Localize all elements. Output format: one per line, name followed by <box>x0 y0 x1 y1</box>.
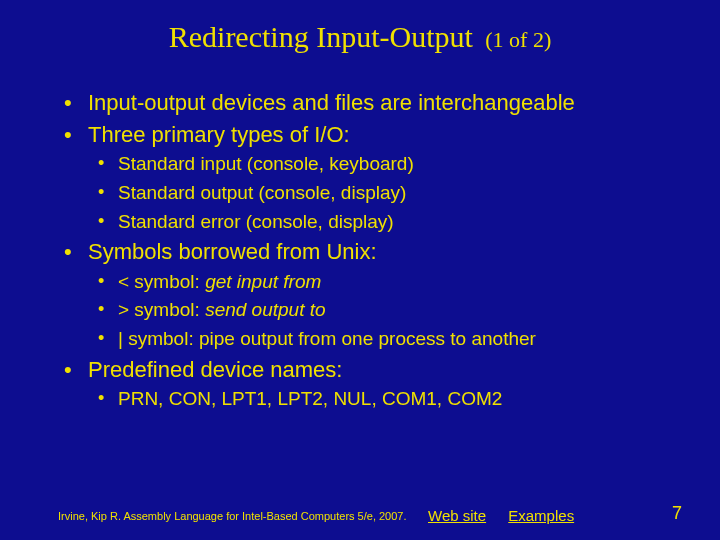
bullet: Three primary types of I/O: <box>60 120 670 150</box>
bullet: Symbols borrowed from Unix: <box>60 237 670 267</box>
bullet: PRN, CON, LPT1, LPT2, NUL, COM1, COM2 <box>60 386 670 413</box>
web-site-link[interactable]: Web site <box>428 507 486 524</box>
slide-body: Input-output devices and files are inter… <box>60 88 670 415</box>
footer-links: Web site Examples <box>428 507 592 524</box>
bullet-text: > symbol: <box>118 299 205 320</box>
footer-citation: Irvine, Kip R. Assembly Language for Int… <box>58 510 407 522</box>
bullet-text: < symbol: <box>118 271 205 292</box>
bullet: Predefined device names: <box>60 355 670 385</box>
page-number: 7 <box>672 503 682 524</box>
bullet: < symbol: get input from <box>60 269 670 296</box>
bullet: Standard output (console, display) <box>60 180 670 207</box>
bullet: > symbol: send output to <box>60 297 670 324</box>
bullet: Input-output devices and files are inter… <box>60 88 670 118</box>
bullet: | symbol: pipe output from one process t… <box>60 326 670 353</box>
examples-link[interactable]: Examples <box>508 507 574 524</box>
bullet: Standard error (console, display) <box>60 209 670 236</box>
slide: Redirecting Input-Output (1 of 2) Input-… <box>0 0 720 540</box>
title-line: Redirecting Input-Output (1 of 2) <box>0 20 720 54</box>
bullet-em: get input from <box>205 271 321 292</box>
bullet: Standard input (console, keyboard) <box>60 151 670 178</box>
slide-title: Redirecting Input-Output <box>169 20 473 53</box>
bullet-em: send output to <box>205 299 325 320</box>
slide-title-suffix: (1 of 2) <box>485 27 551 52</box>
